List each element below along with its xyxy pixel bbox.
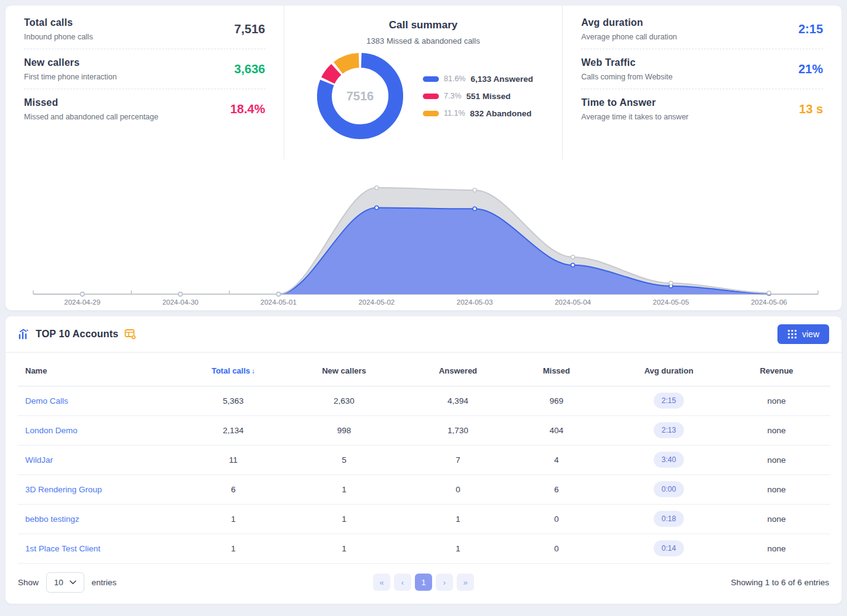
x-axis-label: 2024-04-29 bbox=[64, 298, 100, 306]
new-callers-cell: 1 bbox=[270, 504, 418, 534]
avg-duration-cell: 0:18 bbox=[615, 504, 723, 534]
legend-percent: 7.3% bbox=[444, 92, 462, 100]
stat-subtitle: First time phone interaction bbox=[24, 73, 117, 81]
table-row: London Demo2,1349981,7304042:13none bbox=[18, 415, 830, 445]
view-button-label: view bbox=[802, 329, 819, 339]
account-name-cell: 1st Place Test Client bbox=[18, 534, 196, 563]
revenue-cell: none bbox=[723, 534, 830, 563]
legend-item-missed: 7.3% 551 Missed bbox=[423, 92, 533, 101]
stat-title: Avg duration bbox=[581, 17, 676, 28]
stat-missed: Missed Missed and abandoned call percent… bbox=[24, 89, 265, 129]
column-header-answered[interactable]: Answered bbox=[418, 356, 498, 386]
legend-item-abandoned: 11.1% 832 Abandoned bbox=[423, 109, 533, 118]
account-name-cell: Demo Calls bbox=[18, 386, 196, 415]
new-callers-cell: 1 bbox=[270, 534, 418, 563]
accounts-card: TOP 10 Accounts view bbox=[5, 316, 842, 604]
sort-desc-icon: ↓ bbox=[251, 367, 255, 375]
account-name-cell: WildJar bbox=[18, 445, 196, 474]
table-footer: Show 10 entries « ‹ 1 › » Showing 1 to 6… bbox=[6, 564, 841, 604]
answered-cell: 4,394 bbox=[418, 386, 498, 415]
table-header-row: Name Total calls↓ New callers Answered M… bbox=[18, 356, 830, 386]
legend-item-answered: 81.6% 6,133 Answered bbox=[423, 74, 533, 84]
stat-value: 3,636 bbox=[235, 62, 265, 76]
donut-center-value: 7516 bbox=[347, 89, 374, 103]
call-summary-legend: 81.6% 6,133 Answered 7.3% 551 Missed 11.… bbox=[423, 74, 533, 118]
avg-duration-cell: 3:40 bbox=[615, 445, 723, 474]
revenue-cell: none bbox=[723, 474, 830, 504]
legend-label: 832 Abandoned bbox=[470, 109, 532, 118]
column-header-revenue[interactable]: Revenue bbox=[723, 356, 830, 386]
abandoned-legend-pill bbox=[423, 111, 439, 116]
pagination: « ‹ 1 › » bbox=[373, 574, 474, 591]
right-stats-column: Avg duration Average phone call duration… bbox=[563, 6, 841, 159]
column-header-new-callers[interactable]: New callers bbox=[270, 356, 418, 386]
x-axis-label: 2024-05-02 bbox=[358, 298, 395, 306]
overview-card: Total calls Inbound phone calls 7,516 Ne… bbox=[5, 5, 842, 311]
answered-cell: 7 bbox=[418, 445, 498, 474]
pagination-page-1-button[interactable]: 1 bbox=[415, 574, 432, 591]
pagination-last-button[interactable]: » bbox=[457, 574, 474, 591]
page-size-value: 10 bbox=[54, 578, 63, 587]
account-name-cell: 3D Rendering Group bbox=[18, 474, 196, 504]
stat-avg-duration: Avg duration Average phone call duration… bbox=[581, 9, 823, 49]
new-callers-cell: 5 bbox=[270, 445, 418, 474]
stat-title: Web Traffic bbox=[581, 57, 672, 68]
avg-duration-cell: 2:13 bbox=[615, 415, 723, 445]
view-button[interactable]: view bbox=[777, 324, 829, 344]
revenue-cell: none bbox=[723, 415, 830, 445]
accounts-title: TOP 10 Accounts bbox=[36, 329, 118, 340]
stat-time-to-answer: Time to Answer Average time it takes to … bbox=[581, 89, 823, 129]
stat-subtitle: Average time it takes to answer bbox=[581, 113, 688, 121]
call-summary-subtitle: 1383 Missed & abandoned calls bbox=[284, 36, 563, 46]
table-settings-icon[interactable] bbox=[124, 328, 137, 340]
duration-badge: 0:00 bbox=[654, 481, 684, 497]
total-calls-cell: 1 bbox=[196, 504, 270, 534]
accounts-table: Name Total calls↓ New callers Answered M… bbox=[18, 356, 830, 564]
avg-duration-cell: 2:15 bbox=[615, 386, 723, 415]
grid-view-icon bbox=[787, 329, 797, 339]
area-chart-svg: 2024-04-292024-04-302024-05-012024-05-02… bbox=[6, 159, 841, 310]
stat-value: 7,516 bbox=[235, 22, 265, 36]
pagination-next-button[interactable]: › bbox=[436, 574, 453, 591]
legend-label: 6,133 Answered bbox=[470, 74, 533, 84]
bar-chart-icon bbox=[18, 329, 30, 340]
column-header-total-calls[interactable]: Total calls↓ bbox=[196, 356, 270, 386]
x-axis-label: 2024-05-03 bbox=[457, 298, 493, 306]
total-calls-cell: 2,134 bbox=[196, 415, 270, 445]
avg-duration-cell: 0:14 bbox=[615, 534, 723, 563]
column-header-name[interactable]: Name bbox=[18, 356, 196, 386]
account-link[interactable]: bebbo testingz bbox=[25, 514, 79, 524]
account-link[interactable]: WildJar bbox=[25, 455, 53, 465]
x-axis-label: 2024-04-30 bbox=[163, 298, 199, 306]
stat-title: Missed bbox=[24, 97, 158, 108]
stat-value: 21% bbox=[798, 62, 823, 76]
answered-cell: 0 bbox=[418, 474, 498, 504]
column-header-avg-duration[interactable]: Avg duration bbox=[615, 356, 723, 386]
account-link[interactable]: London Demo bbox=[25, 426, 78, 435]
account-link[interactable]: 1st Place Test Client bbox=[25, 544, 100, 553]
calls-area-chart: 2024-04-292024-04-302024-05-012024-05-02… bbox=[6, 159, 841, 310]
pagination-prev-button[interactable]: ‹ bbox=[394, 574, 411, 591]
avg-duration-cell: 0:00 bbox=[615, 474, 723, 504]
account-name-cell: bebbo testingz bbox=[18, 504, 196, 534]
duration-badge: 0:14 bbox=[654, 540, 684, 556]
entries-label: entries bbox=[92, 578, 117, 587]
stat-subtitle: Calls coming from Website bbox=[581, 73, 672, 81]
pagination-first-button[interactable]: « bbox=[373, 574, 390, 591]
missed-cell: 404 bbox=[498, 415, 615, 445]
x-axis-label: 2024-05-06 bbox=[751, 298, 787, 306]
x-axis-label: 2024-05-01 bbox=[260, 298, 297, 306]
account-link[interactable]: 3D Rendering Group bbox=[25, 485, 102, 494]
stat-new-callers: New callers First time phone interaction… bbox=[24, 49, 265, 89]
entries-summary: Showing 1 to 6 of 6 entries bbox=[474, 578, 829, 587]
revenue-cell: none bbox=[723, 386, 830, 415]
page-size-select[interactable]: 10 bbox=[46, 572, 84, 593]
account-name-cell: London Demo bbox=[18, 415, 196, 445]
overview-stats-grid: Total calls Inbound phone calls 7,516 Ne… bbox=[6, 6, 841, 159]
revenue-cell: none bbox=[723, 445, 830, 474]
call-summary-donut-chart: 7516 bbox=[313, 49, 407, 143]
stat-total-calls: Total calls Inbound phone calls 7,516 bbox=[24, 9, 265, 49]
column-header-missed[interactable]: Missed bbox=[498, 356, 615, 386]
account-link[interactable]: Demo Calls bbox=[25, 396, 68, 406]
stat-value: 13 s bbox=[799, 102, 823, 116]
